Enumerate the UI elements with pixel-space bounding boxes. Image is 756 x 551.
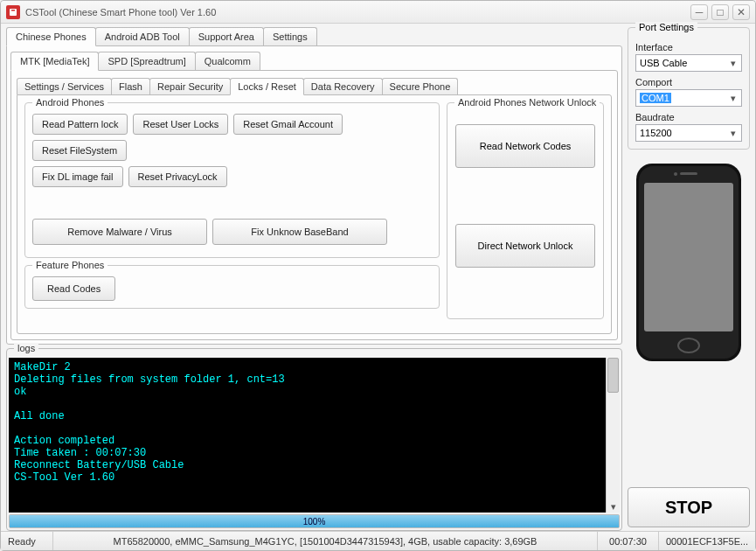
scroll-thumb[interactable] — [607, 358, 619, 393]
baudrate-label: Baudrate — [635, 112, 742, 122]
tab-settings-services[interactable]: Settings / Services — [17, 78, 112, 94]
port-settings-legend: Port Settings — [635, 22, 697, 32]
tab-locks-reset[interactable]: Locks / Reset — [230, 78, 304, 95]
status-time: 00:07:30 — [598, 532, 659, 550]
svg-rect-4 — [644, 183, 733, 331]
feature-phones-group: Feature Phones Read Codes — [24, 265, 440, 309]
sub-tabs: MTK [MediaTek] SPD [Spreadtrum] Qualcomm — [10, 52, 618, 70]
comport-value: COM1 — [640, 93, 671, 103]
tab-support-area[interactable]: Support Area — [189, 27, 264, 45]
comport-label: Comport — [635, 77, 742, 87]
fix-unknown-baseband-button[interactable]: Fix Unknow BaseBand — [212, 219, 387, 245]
phone-preview — [632, 162, 746, 363]
chevron-down-icon: ▾ — [727, 128, 739, 139]
logs-legend: logs — [14, 343, 38, 353]
log-scrollbar[interactable]: ▴ ▾ — [606, 358, 620, 513]
stop-button[interactable]: STOP — [628, 487, 750, 527]
read-codes-button[interactable]: Read Codes — [32, 276, 115, 301]
window-title: CSTool (Chinese Smart Phone tool) Ver 1.… — [25, 7, 690, 17]
read-pattern-lock-button[interactable]: Read Pattern lock — [32, 114, 128, 135]
network-unlock-legend: Android Phones Network Unlock — [454, 97, 600, 108]
main-tabs: Chinese Phones Android ADB Tool Support … — [6, 27, 622, 45]
reset-filesystem-button[interactable]: Reset FileSystem — [32, 140, 127, 161]
maximize-button[interactable]: □ — [711, 4, 729, 20]
tab-settings[interactable]: Settings — [263, 27, 317, 45]
tab-spd[interactable]: SPD [Spreadtrum] — [98, 52, 195, 70]
tab-chinese-phones[interactable]: Chinese Phones — [6, 27, 96, 46]
baudrate-select[interactable]: 115200 ▾ — [635, 124, 742, 142]
reset-user-locks-button[interactable]: Reset User Locks — [133, 114, 228, 135]
progress-text: 100% — [10, 515, 619, 527]
lvl3-tabs: Settings / Services Flash Repair Securit… — [17, 78, 612, 94]
feature-phones-legend: Feature Phones — [32, 260, 108, 270]
svg-point-5 — [674, 172, 677, 176]
interface-label: Interface — [635, 42, 742, 52]
app-icon — [6, 5, 20, 19]
android-phones-legend: Android Phones — [32, 97, 108, 108]
locks-reset-pane: Android Phones Read Pattern lock Reset U… — [17, 94, 612, 334]
main-tab-pane: MTK [MediaTek] SPD [Spreadtrum] Qualcomm… — [6, 45, 622, 345]
log-console[interactable]: MakeDir 2 Deleting files from system fol… — [9, 358, 606, 513]
tab-flash[interactable]: Flash — [111, 78, 150, 94]
port-settings-group: Port Settings Interface USB Cable ▾ Comp… — [628, 27, 750, 150]
tab-qualcomm[interactable]: Qualcomm — [195, 52, 260, 70]
tab-android-adb[interactable]: Android ADB Tool — [95, 27, 190, 45]
status-bar: Ready MT65820000, eMMC_Samsung_M4G1YC, [… — [1, 531, 755, 550]
progress-bar: 100% — [9, 514, 620, 528]
android-phones-group: Android Phones Read Pattern lock Reset U… — [24, 102, 440, 258]
titlebar: CSTool (Chinese Smart Phone tool) Ver 1.… — [1, 1, 755, 24]
network-unlock-group: Android Phones Network Unlock Read Netwo… — [447, 102, 604, 319]
remove-malware-button[interactable]: Remove Malware / Virus — [32, 219, 207, 245]
status-ready: Ready — [1, 532, 53, 550]
minimize-button[interactable]: ─ — [690, 4, 708, 20]
tab-repair-security[interactable]: Repair Security — [149, 78, 231, 94]
reset-privacylock-button[interactable]: Reset PrivacyLock — [128, 166, 227, 187]
interface-select[interactable]: USB Cable ▾ — [635, 54, 742, 72]
tab-mtk[interactable]: MTK [MediaTek] — [10, 52, 99, 71]
svg-rect-6 — [680, 172, 697, 175]
baudrate-value: 115200 — [640, 128, 672, 138]
reset-gmail-account-button[interactable]: Reset Gmail Account — [233, 114, 343, 135]
interface-value: USB Cable — [640, 58, 687, 68]
chevron-down-icon: ▾ — [727, 58, 739, 69]
sub-tab-pane: Settings / Services Flash Repair Securit… — [10, 70, 618, 340]
comport-select[interactable]: COM1 ▾ — [635, 89, 742, 107]
status-info: MT65820000, eMMC_Samsung_M4G1YC, [150100… — [53, 532, 598, 550]
fix-dl-image-fail-button[interactable]: Fix DL image fail — [32, 166, 123, 187]
logs-group: logs MakeDir 2 Deleting files from syste… — [6, 348, 622, 531]
scroll-down-arrow[interactable]: ▾ — [607, 500, 620, 513]
read-network-codes-button[interactable]: Read Network Codes — [455, 124, 595, 168]
chevron-down-icon: ▾ — [727, 93, 739, 104]
tab-secure-phone[interactable]: Secure Phone — [382, 78, 459, 94]
close-button[interactable]: ✕ — [732, 4, 750, 20]
tab-data-recovery[interactable]: Data Recovery — [303, 78, 383, 94]
direct-network-unlock-button[interactable]: Direct Network Unlock — [455, 224, 595, 268]
status-serial: 00001ECF13F5E... — [659, 532, 755, 550]
svg-rect-1 — [11, 10, 15, 11]
